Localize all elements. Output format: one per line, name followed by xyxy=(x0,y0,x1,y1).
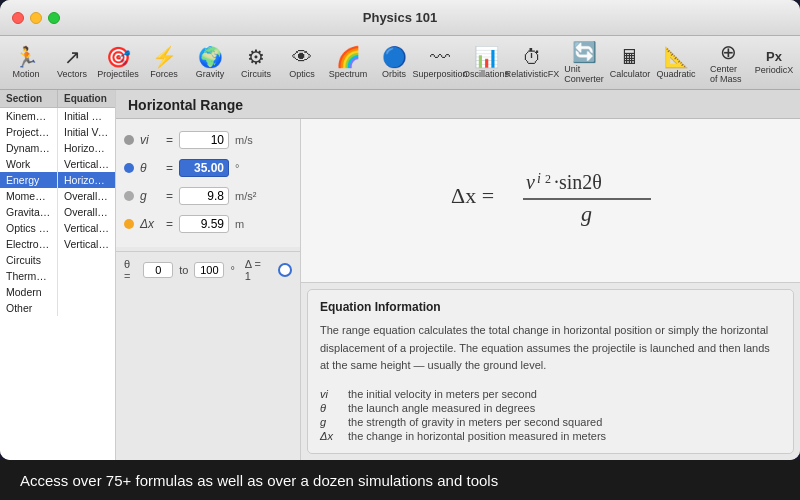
superposition-icon: 〰 xyxy=(430,47,450,67)
slider-unit-label: ° xyxy=(230,264,234,276)
var-unit-theta: ° xyxy=(235,162,239,174)
sidebar-eq-momentum: Overall Velocity xyxy=(58,188,115,204)
calculator-icon: 🖩 xyxy=(620,47,640,67)
var-equals-g: = xyxy=(166,189,173,203)
tool-spectrum[interactable]: 🌈 Spectrum xyxy=(326,40,370,86)
sidebar-row-energy[interactable]: Energy Horizontal Range xyxy=(0,172,115,188)
var-label-deltax: Δx xyxy=(140,217,160,231)
tool-motion[interactable]: 🏃 Motion xyxy=(4,40,48,86)
var-input-g[interactable] xyxy=(179,187,229,205)
minimize-button[interactable] xyxy=(30,12,42,24)
tool-spectrum-label: Spectrum xyxy=(329,69,368,79)
tool-unit-converter[interactable]: 🔄 Unit Converter xyxy=(562,40,606,86)
tool-quadratic[interactable]: 📐 Quadratic xyxy=(654,40,698,86)
sidebar-row-momentum[interactable]: Momentum Overall Velocity xyxy=(0,188,115,204)
slider-max-input[interactable] xyxy=(194,262,224,278)
tool-gravity[interactable]: 🌍 Gravity xyxy=(188,40,232,86)
sidebar-row-gravitation[interactable]: Gravitation Overall Angle xyxy=(0,204,115,220)
slider-to-label: to xyxy=(179,264,188,276)
sidebar-row-other[interactable]: Other xyxy=(0,300,115,316)
traffic-lights xyxy=(12,12,60,24)
sidebar-row-projectiles[interactable]: Projectiles Initial Vertical Velocity xyxy=(0,124,115,140)
tool-orbits[interactable]: 🔵 Orbits xyxy=(372,40,416,86)
tool-relativisticfx[interactable]: ⏱ RelativisticFX xyxy=(510,40,554,86)
info-var-desc-deltax: the change in horizontal position measur… xyxy=(348,430,606,442)
orbits-icon: 🔵 xyxy=(382,47,407,67)
var-label-g: g xyxy=(140,189,160,203)
content-header: Horizontal Range xyxy=(116,90,800,119)
svg-text:2: 2 xyxy=(545,172,551,186)
variables-panel: vi = m/s θ = ° xyxy=(116,119,301,460)
sidebar-row-work[interactable]: Work Vertical Position xyxy=(0,156,115,172)
info-panel-title: Equation Information xyxy=(320,300,781,314)
info-var-deltax: Δx the change in horizontal position mea… xyxy=(320,429,781,443)
svg-text:i: i xyxy=(537,171,541,186)
sidebar-section-gravitation: Gravitation xyxy=(0,204,58,220)
tool-projectiles[interactable]: 🎯 Projectiles xyxy=(96,40,140,86)
content-area: Horizontal Range vi = m/s xyxy=(116,90,800,460)
tool-optics-label: Optics xyxy=(289,69,315,79)
sidebar-header: Section Equation xyxy=(0,90,115,108)
var-unit-deltax: m xyxy=(235,218,244,230)
var-equals-theta: = xyxy=(166,161,173,175)
var-dot-vi[interactable] xyxy=(124,135,134,145)
sidebar-section-dynamics: Dynamics xyxy=(0,140,58,156)
var-row-deltax: Δx = m xyxy=(116,211,300,237)
tool-periodicx[interactable]: Px PeriodicX xyxy=(752,40,796,86)
sidebar-section-energy: Energy xyxy=(0,172,58,188)
var-equals-vi: = xyxy=(166,133,173,147)
sidebar-eq-optics: Vertical Velocity (time) xyxy=(58,220,115,236)
sidebar-header-equation: Equation xyxy=(58,90,115,107)
bottom-bar: Access over 75+ formulas as well as over… xyxy=(0,460,800,500)
sidebar-section-thermodynamics: Thermodynamics xyxy=(0,268,58,284)
sidebar-eq-thermodynamics xyxy=(58,268,115,284)
optics-icon: 👁 xyxy=(292,47,312,67)
tool-superposition-label: Superposition xyxy=(412,69,467,79)
tool-circuits[interactable]: ⚙ Circuits xyxy=(234,40,278,86)
motion-icon: 🏃 xyxy=(14,47,39,67)
tool-calculator[interactable]: 🖩 Calculator xyxy=(608,40,652,86)
tool-oscillations-label: Oscillations xyxy=(463,69,509,79)
sidebar-row-circuits[interactable]: Circuits xyxy=(0,252,115,268)
sidebar-section-circuits: Circuits xyxy=(0,252,58,268)
tool-motion-label: Motion xyxy=(12,69,39,79)
var-dot-deltax[interactable] xyxy=(124,219,134,229)
tool-center-of-mass-label: Center of Mass xyxy=(710,64,746,84)
sidebar-row-dynamics[interactable]: Dynamics Horizontal Position xyxy=(0,140,115,156)
tool-center-of-mass[interactable]: ⊕ Center of Mass xyxy=(706,40,750,86)
tool-gravity-label: Gravity xyxy=(196,69,225,79)
sidebar-section-kinematics: Kinematics xyxy=(0,108,58,124)
sidebar-row-optics[interactable]: Optics & Waves Vertical Velocity (time) xyxy=(0,220,115,236)
var-input-deltax[interactable] xyxy=(179,215,229,233)
equation-display: Δx = v i 2 ·sin2θ g xyxy=(301,119,800,283)
tool-vectors[interactable]: ↗ Vectors xyxy=(50,40,94,86)
tool-oscillations[interactable]: 📊 Oscillations xyxy=(464,40,508,86)
sidebar-eq-energy: Horizontal Range xyxy=(58,172,115,188)
sidebar-row-thermodynamics[interactable]: Thermodynamics xyxy=(0,268,115,284)
sidebar-eq-other xyxy=(58,300,115,316)
maximize-button[interactable] xyxy=(48,12,60,24)
tool-superposition[interactable]: 〰 Superposition xyxy=(418,40,462,86)
content-title: Horizontal Range xyxy=(128,97,243,113)
tool-circuits-label: Circuits xyxy=(241,69,271,79)
var-dot-g[interactable] xyxy=(124,191,134,201)
sidebar-row-electromagnetism[interactable]: Electromagnetism Vertical Velocity (disp… xyxy=(0,236,115,252)
gravity-icon: 🌍 xyxy=(198,47,223,67)
sidebar-row-modern[interactable]: Modern xyxy=(0,284,115,300)
sidebar-eq-dynamics: Horizontal Position xyxy=(58,140,115,156)
var-input-vi[interactable] xyxy=(179,131,229,149)
sidebar-row-kinematics[interactable]: Kinematics Initial Horizontal Velocity xyxy=(0,108,115,124)
close-button[interactable] xyxy=(12,12,24,24)
sidebar-eq-kinematics: Initial Horizontal Velocity xyxy=(58,108,115,124)
info-var-desc-vi: the initial velocity in meters per secon… xyxy=(348,388,537,400)
tool-forces[interactable]: ⚡ Forces xyxy=(142,40,186,86)
var-dot-theta[interactable] xyxy=(124,163,134,173)
tool-relativisticfx-label: RelativisticFX xyxy=(505,69,560,79)
svg-text:Δx =: Δx = xyxy=(451,183,494,208)
tool-optics[interactable]: 👁 Optics xyxy=(280,40,324,86)
slider-min-input[interactable] xyxy=(143,262,173,278)
var-input-theta[interactable] xyxy=(179,159,229,177)
tool-projectiles-label: Projectiles xyxy=(97,69,139,79)
info-var-g: g the strength of gravity in meters per … xyxy=(320,415,781,429)
circuits-icon: ⚙ xyxy=(247,47,265,67)
